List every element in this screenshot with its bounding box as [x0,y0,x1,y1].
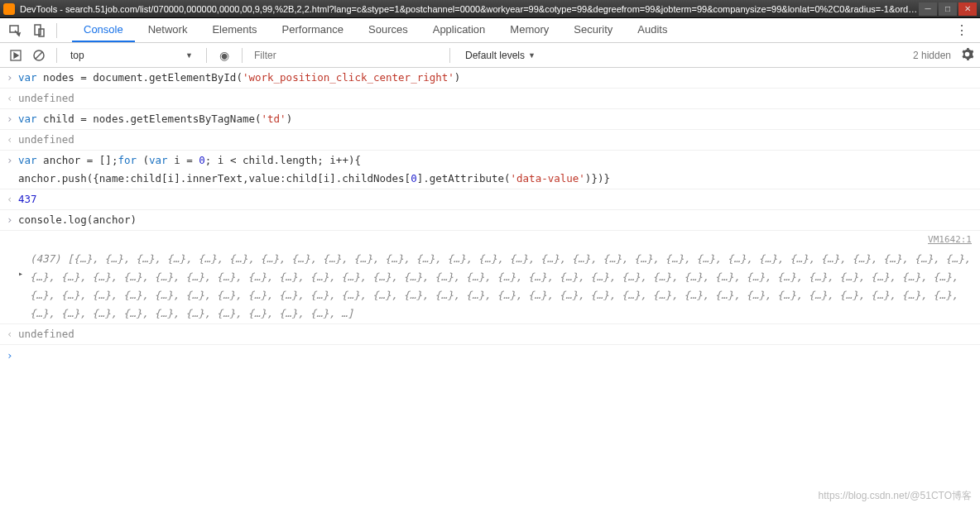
eye-icon[interactable]: ◉ [215,46,233,65]
console-array-row: ▸(437) [{…}, {…}, {…}, {…}, {…}, {…}, {…… [0,249,980,324]
console-output-row: undefined [0,324,980,345]
inspect-icon[interactable] [7,22,25,40]
svg-rect-1 [35,25,41,35]
more-icon[interactable]: ⋮ [950,22,973,38]
levels-selector[interactable]: Default levels ▼ [459,50,542,61]
console-input-row: var anchor = [];for (var i = 0; i < chil… [0,151,980,189]
chevron-down-icon: ▼ [185,51,193,60]
console-prompt[interactable] [0,345,980,367]
tab-sources[interactable]: Sources [357,18,420,42]
tab-memory[interactable]: Memory [498,18,560,42]
close-button[interactable]: ✕ [958,2,977,16]
panel-tabs: ConsoleNetworkElementsPerformanceSources… [72,18,679,42]
hidden-count[interactable]: 2 hidden [913,50,956,61]
window-title: DevTools - search.51job.com/list/070000,… [20,4,919,14]
chevron-down-icon: ▼ [528,51,536,60]
console-input-row: var child = nodes.getElementsByTagName('… [0,109,980,130]
prompt-chevron-icon [7,347,18,365]
device-icon[interactable] [30,22,48,40]
console-output-row: 437 [0,189,980,210]
output-chevron-icon [7,131,18,149]
output-chevron-icon [7,89,18,108]
console-line-content: var child = nodes.getElementsByTagName('… [18,110,973,128]
window-titlebar: DevTools - search.51job.com/list/070000,… [0,0,980,18]
input-chevron-icon [7,69,18,87]
tab-network[interactable]: Network [137,18,199,42]
console-input-row: var nodes = document.getElementById('wor… [0,68,980,89]
svg-rect-0 [10,26,18,32]
context-selector[interactable]: top ▼ [65,50,198,61]
expand-icon[interactable]: ▸ [18,250,30,323]
devtools-toolbar: ConsoleNetworkElementsPerformanceSources… [0,18,980,43]
console-line-content: undefined [18,89,973,108]
filter-input[interactable] [251,48,441,63]
console-toolbar: top ▼ ◉ Default levels ▼ 2 hidden [0,43,980,68]
console-output-row: undefined [0,89,980,109]
separator [206,48,207,63]
array-preview[interactable]: (437) [{…}, {…}, {…}, {…}, {…}, {…}, {…}… [30,250,973,323]
output-chevron-icon [7,190,18,208]
console-line-content: 437 [18,190,973,208]
input-chevron-icon [7,151,18,188]
tab-audits[interactable]: Audits [626,18,679,42]
tab-elements[interactable]: Elements [200,18,268,42]
maximize-button[interactable]: □ [939,2,957,16]
app-icon [3,3,15,15]
tab-application[interactable]: Application [421,18,497,42]
tab-performance[interactable]: Performance [271,18,355,42]
minimize-button[interactable]: ─ [919,2,937,16]
separator [56,48,57,63]
console-output-row: undefined [0,130,980,151]
console-line-content: var nodes = document.getElementById('wor… [18,69,973,87]
input-chevron-icon [7,110,18,128]
context-label: top [70,50,84,61]
console-line-content: console.log(anchor) [18,211,973,229]
clear-icon[interactable] [30,46,48,65]
levels-label: Default levels [465,50,525,61]
input-chevron-icon [7,211,18,229]
separator [449,48,450,63]
gear-icon[interactable] [961,48,973,63]
console-line-content: undefined [18,131,973,149]
console-line-content: undefined [18,325,973,343]
separator [242,48,243,63]
console-line-content: var anchor = [];for (var i = 0; i < chil… [18,151,973,188]
tab-security[interactable]: Security [562,18,624,42]
svg-line-5 [36,52,42,59]
console-body: var nodes = document.getElementById('wor… [0,68,980,367]
separator [56,23,57,38]
console-input-row: console.log(anchor) [0,210,980,231]
tab-console[interactable]: Console [72,18,135,42]
play-icon[interactable] [7,46,25,65]
output-chevron-icon [7,325,18,343]
vm-source-link[interactable]: VM1642:1 [0,231,980,249]
